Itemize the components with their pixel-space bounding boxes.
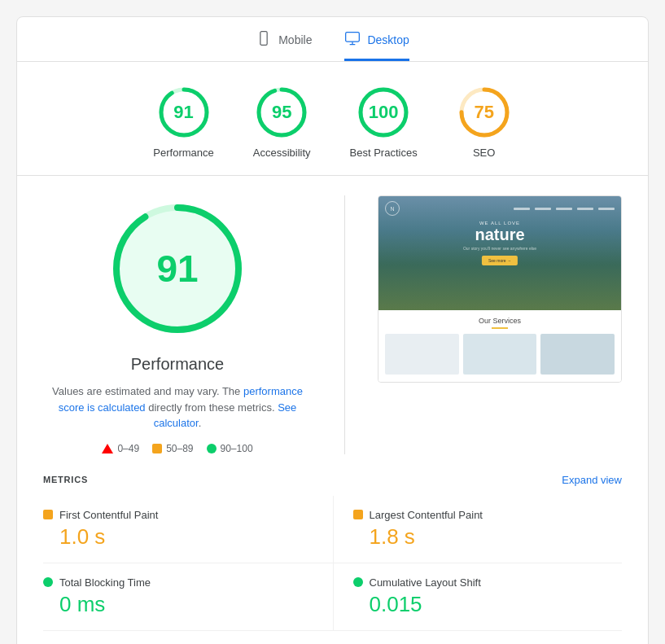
score-value-accessibility: 95 <box>272 102 291 123</box>
pass-range: 90–100 <box>221 443 253 454</box>
metric-lcp-header: Largest Contentful Paint <box>353 509 623 521</box>
metrics-title: METRICS <box>43 475 88 484</box>
score-label-seo: SEO <box>473 147 495 159</box>
metrics-header: METRICS Expand view <box>43 474 622 486</box>
pass-icon <box>207 444 217 453</box>
score-item-best-practices[interactable]: 100 Best Practices <box>350 85 418 159</box>
cls-name: Cumulative Layout Shift <box>370 576 481 589</box>
score-item-accessibility[interactable]: 95 Accessibility <box>253 85 311 159</box>
svg-rect-2 <box>346 33 360 42</box>
expand-view-button[interactable]: Expand view <box>562 474 622 486</box>
main-container: Mobile Desktop 91 Performa <box>16 16 649 644</box>
legend-average: 50–89 <box>152 443 193 454</box>
tab-bar: Mobile Desktop <box>17 17 648 62</box>
legend-fail: 0–49 <box>102 443 139 454</box>
desktop-icon <box>344 30 361 49</box>
fail-icon <box>102 444 113 453</box>
score-label-performance: Performance <box>153 147 213 159</box>
tab-desktop[interactable]: Desktop <box>344 30 409 61</box>
fcp-name: First Contentful Paint <box>59 509 158 521</box>
cls-value: 0.015 <box>353 592 623 617</box>
mobile-icon <box>256 30 272 49</box>
preview-cta-button: See more → <box>482 256 518 265</box>
fcp-value: 1.0 s <box>43 524 313 550</box>
nav-link-5 <box>598 208 615 210</box>
preview-nav-links <box>514 208 615 210</box>
preview-bottom: Our Services <box>378 310 621 383</box>
score-circle-performance: 91 <box>156 85 212 140</box>
tbt-indicator <box>43 577 53 587</box>
score-label-best-practices: Best Practices <box>350 147 418 159</box>
svg-rect-0 <box>260 32 267 46</box>
metric-tbt-header: Total Blocking Time <box>43 576 313 589</box>
left-panel: 91 Performance Values are estimated and … <box>43 195 312 454</box>
perf-description: Values are estimated and may vary. The p… <box>47 383 308 432</box>
tbt-name: Total Blocking Time <box>59 576 151 589</box>
score-circle-accessibility: 95 <box>254 85 309 140</box>
cls-indicator <box>353 577 363 587</box>
tab-desktop-label: Desktop <box>367 33 409 46</box>
metric-cls-header: Cumulative Layout Shift <box>353 576 623 589</box>
lcp-indicator <box>353 510 363 519</box>
score-circle-best-practices: 100 <box>356 85 411 140</box>
metric-tbt: Total Blocking Time 0 ms <box>43 563 333 631</box>
score-value-seo: 75 <box>474 102 493 123</box>
score-label-accessibility: Accessibility <box>253 147 311 159</box>
metric-fcp: First Contentful Paint 1.0 s <box>43 496 333 563</box>
content-area: 91 Performance Values are estimated and … <box>17 176 648 474</box>
nav-link-3 <box>556 208 572 210</box>
preview-hero: N we all love nature Our sto <box>378 196 621 310</box>
legend-pass: 90–100 <box>207 443 253 454</box>
metrics-grid: First Contentful Paint 1.0 s Largest Con… <box>43 496 622 645</box>
preview-card-2 <box>463 334 537 375</box>
hero-sub-text: Our story you'll never see anywhere else <box>463 246 536 251</box>
hero-large-text: nature <box>463 226 536 243</box>
nav-link-2 <box>535 208 551 210</box>
legend: 0–49 50–89 90–100 <box>102 443 252 454</box>
panel-divider <box>344 195 345 454</box>
big-score-container: 91 <box>104 195 251 342</box>
metric-lcp: Largest Contentful Paint 1.8 s <box>333 496 623 563</box>
preview-cards <box>385 334 615 375</box>
performance-title: Performance <box>131 355 225 374</box>
score-value-performance: 91 <box>173 102 193 123</box>
score-item-performance[interactable]: 91 Performance <box>153 85 213 159</box>
preview-nav: N <box>378 196 621 221</box>
desc-text-2: directly from these metrics. <box>148 401 274 414</box>
preview-card-1 <box>385 334 459 375</box>
nav-link-4 <box>577 208 593 210</box>
services-underline <box>492 327 508 329</box>
right-panel: N we all love nature Our sto <box>378 195 622 454</box>
website-preview: N we all love nature Our sto <box>378 195 622 383</box>
score-item-seo[interactable]: 75 SEO <box>457 85 512 159</box>
nav-link-1 <box>514 208 530 210</box>
metric-cls: Cumulative Layout Shift 0.015 <box>333 563 623 631</box>
score-overview: 91 Performance 95 Accessibility 10 <box>17 62 648 176</box>
tab-mobile[interactable]: Mobile <box>256 30 312 61</box>
score-value-best-practices: 100 <box>369 102 399 123</box>
preview-hero-text: we all love nature Our story you'll neve… <box>463 221 536 265</box>
tbt-value: 0 ms <box>43 592 313 617</box>
desc-text-1: Values are estimated and may vary. The <box>52 385 240 397</box>
services-title: Our Services <box>385 317 615 325</box>
fcp-indicator <box>43 510 53 519</box>
tab-mobile-label: Mobile <box>278 33 312 46</box>
hero-small-text: we all love <box>463 221 536 226</box>
score-circle-seo: 75 <box>457 85 512 140</box>
preview-card-3 <box>540 334 615 375</box>
metric-fcp-header: First Contentful Paint <box>43 509 313 521</box>
lcp-name: Largest Contentful Paint <box>370 509 483 521</box>
average-icon <box>152 444 162 453</box>
big-score-value: 91 <box>156 247 198 291</box>
lcp-value: 1.8 s <box>353 524 623 550</box>
metric-si: Speed Index 1.0 s <box>43 631 333 645</box>
fail-range: 0–49 <box>117 443 139 454</box>
metrics-section: METRICS Expand view First Contentful Pai… <box>17 474 648 645</box>
average-range: 50–89 <box>166 443 193 454</box>
preview-logo: N <box>385 201 400 216</box>
